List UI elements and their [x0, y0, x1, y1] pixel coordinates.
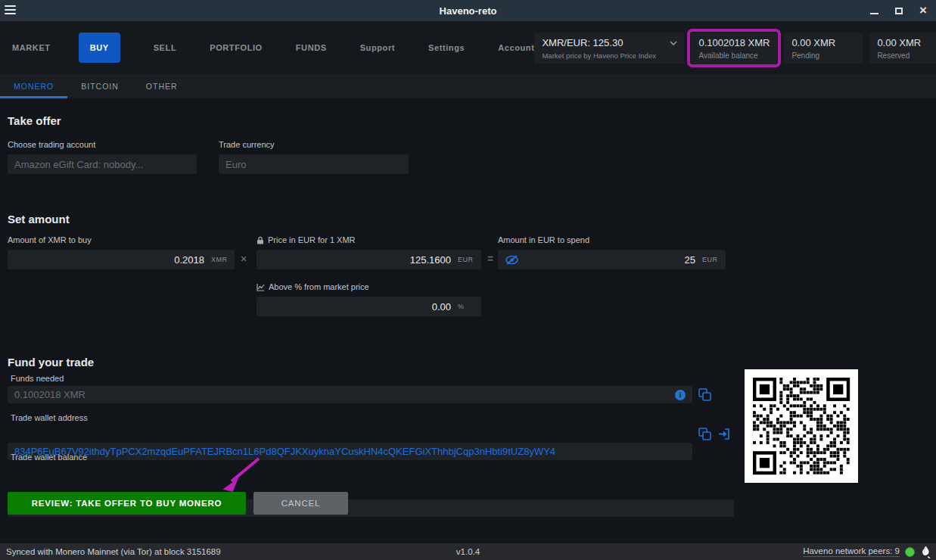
available-balance-value: 0.1002018 XMR	[698, 37, 770, 48]
nav-account[interactable]: Account	[498, 36, 534, 60]
pending-balance-label: Pending	[791, 51, 855, 60]
copy-funds-icon[interactable]	[698, 387, 712, 402]
minimize-button[interactable]	[870, 4, 878, 17]
reserved-balance-box: 0.00 XMR Reserved	[869, 33, 936, 64]
pending-balance-value: 0.00 XMR	[791, 37, 855, 48]
trend-chart-icon	[257, 283, 265, 291]
funds-needed-field: 0.1002018 XMR i	[8, 386, 692, 403]
spend-label: Amount in EUR to spend	[498, 235, 726, 244]
wallet-qr-code[interactable]	[745, 369, 858, 483]
wallet-balance-label: Trade wallet balance	[11, 453, 87, 462]
deviation-input[interactable]: 0.00 %	[257, 297, 481, 316]
nav-funds[interactable]: FUNDS	[296, 36, 327, 60]
maximize-button[interactable]	[895, 4, 903, 17]
trading-account-label: Choose trading account	[8, 140, 197, 149]
amount-xmr-value: 0.2018	[174, 254, 204, 266]
price-input[interactable]: 125.1600 EUR	[257, 250, 481, 269]
window-title: Haveno-reto	[0, 5, 936, 17]
market-price-source: Market price by Haveno Price Index	[542, 51, 676, 60]
currency-tabs: MONERO BITCOIN OTHER	[0, 74, 936, 98]
trading-account-input[interactable]: Amazon eGift Card: nobody...	[8, 154, 197, 174]
copy-address-icon[interactable]	[698, 427, 712, 441]
minimize-icon	[870, 13, 878, 14]
lock-icon	[257, 236, 264, 244]
nav-sell[interactable]: SELL	[154, 36, 177, 60]
wallet-address-value[interactable]: 834P6FuB67V92ithdyTpPCX2mzqdEuPFATEJRBcn…	[14, 446, 555, 457]
amount-xmr-input[interactable]: 0.2018 XMR	[8, 250, 235, 269]
amount-xmr-suffix: XMR	[211, 256, 228, 263]
status-bar: Synced with Monero Mainnet (via Tor) at …	[0, 543, 936, 560]
maximize-icon	[895, 8, 903, 14]
funds-needed-label: Funds needed	[11, 374, 64, 383]
set-amount-heading: Set amount	[8, 213, 70, 226]
main-nav: MARKET BUY SELL PORTFOLIO FUNDS Support …	[0, 21, 936, 74]
title-bar: Haveno-reto ×	[0, 0, 936, 21]
funds-needed-value: 0.1002018 XMR	[14, 389, 86, 400]
tab-other[interactable]: OTHER	[132, 74, 191, 98]
equals-operator: =	[487, 253, 493, 265]
fund-trade-heading: Fund your trade	[8, 356, 94, 369]
price-suffix: EUR	[458, 256, 474, 263]
multiply-operator: ×	[241, 253, 247, 265]
deviation-suffix: %	[458, 303, 474, 310]
trade-currency-value: Euro	[225, 159, 246, 170]
price-value: 125.1600	[410, 254, 451, 266]
price-label: Price in EUR for 1 XMR	[257, 235, 481, 244]
wallet-address-label: Trade wallet address	[11, 413, 88, 422]
info-icon[interactable]: i	[675, 390, 686, 400]
app-version: v1.0.4	[0, 547, 936, 556]
nav-settings[interactable]: Settings	[428, 36, 465, 60]
available-balance-box: 0.1002018 XMR Available balance	[691, 33, 777, 64]
tab-monero[interactable]: MONERO	[0, 74, 67, 98]
spend-value: 25	[685, 254, 695, 266]
pending-balance-box: 0.00 XMR Pending	[784, 33, 863, 64]
open-wallet-icon[interactable]	[717, 427, 732, 441]
take-offer-heading: Take offer	[8, 114, 61, 127]
eye-slash-icon[interactable]	[505, 254, 519, 266]
trade-currency-label: Trade currency	[219, 140, 409, 149]
spend-suffix: EUR	[702, 256, 719, 263]
wallet-address-field: 834P6FuB67V92ithdyTpPCX2mzqdEuPFATEJRBcn…	[8, 443, 692, 460]
reserved-balance-value: 0.00 XMR	[877, 37, 936, 48]
close-button[interactable]: ×	[919, 4, 927, 17]
market-price-selector[interactable]: XMR/EUR: 125.30 Market price by Haveno P…	[534, 33, 684, 64]
tab-bitcoin[interactable]: BITCOIN	[67, 74, 132, 98]
deviation-value: 0.00	[432, 301, 451, 313]
reserved-balance-label: Reserved	[877, 51, 936, 60]
amount-xmr-label: Amount of XMR to buy	[8, 235, 235, 244]
nav-buy[interactable]: BUY	[79, 33, 120, 63]
nav-support[interactable]: Support	[360, 36, 395, 60]
chevron-down-icon	[669, 40, 678, 46]
spend-input[interactable]: 25 EUR	[498, 250, 726, 269]
deviation-label: Above % from market price	[257, 282, 481, 291]
nav-portfolio[interactable]: PORTFOLIO	[210, 36, 263, 60]
available-balance-label: Available balance	[698, 51, 770, 60]
trading-account-value: Amazon eGift Card: nobody...	[14, 159, 143, 170]
nav-market[interactable]: MARKET	[12, 36, 51, 60]
review-take-offer-button[interactable]: REVIEW: TAKE OFFER TO BUY MONERO	[8, 492, 246, 515]
market-price-value: XMR/EUR: 125.30	[542, 37, 676, 48]
trade-currency-input[interactable]: Euro	[219, 154, 409, 174]
cancel-button[interactable]: CANCEL	[253, 492, 348, 515]
close-icon: ×	[919, 3, 927, 17]
